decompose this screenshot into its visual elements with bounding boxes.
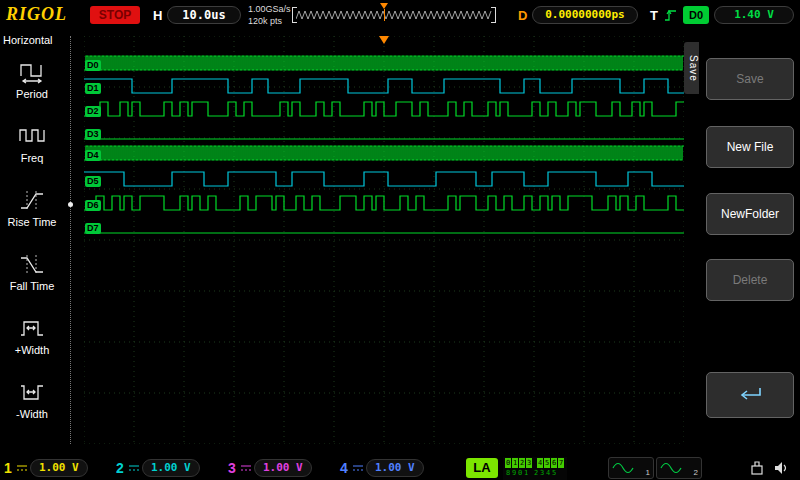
menu-tab-save: Save	[684, 42, 699, 94]
la-digit: 1	[512, 458, 518, 468]
la-digit: 0	[505, 458, 511, 468]
run-state-badge[interactable]: STOP	[90, 6, 140, 24]
sidebar-item-period[interactable]: Period	[0, 48, 64, 112]
la-digit: 2	[519, 458, 525, 468]
channel-label-d6[interactable]: D6	[85, 200, 101, 211]
channel-scale: 1.00 V	[366, 459, 424, 477]
channel-label-d4[interactable]: D4	[85, 150, 101, 161]
rise-time-icon	[19, 189, 45, 213]
period-icon	[19, 61, 45, 85]
save-menu: Save Save New File NewFolder Delete	[684, 30, 800, 456]
channel-number: 1	[2, 460, 14, 476]
la-digit: 3	[526, 458, 532, 468]
delete-button[interactable]: Delete	[706, 259, 794, 301]
channel-scale: 1.00 V	[30, 459, 88, 477]
horizontal-label: H	[153, 8, 162, 23]
sidebar-item-label: -Width	[16, 408, 48, 420]
coupling-icon	[128, 463, 140, 473]
sidebar-item-freq[interactable]: Freq	[0, 112, 64, 176]
channel-4-status[interactable]: 4 1.00 V	[338, 458, 424, 478]
trigger-level-value[interactable]: 1.40 V	[714, 6, 794, 24]
sidebar-item-label: Freq	[21, 152, 44, 164]
channel-number: 2	[114, 460, 126, 476]
waveform-preview-strip[interactable]	[292, 6, 496, 24]
oscilloscope-screen: RIGOL STOP H 10.0us 1.00GSa/s 120k pts D…	[0, 0, 800, 480]
la-digit: 5	[544, 458, 550, 468]
measure-sidebar: Horizontal Period Freq Rise Time	[0, 30, 64, 456]
channel-number: 4	[338, 460, 350, 476]
usb-icon	[748, 459, 766, 477]
new-folder-button[interactable]: NewFolder	[706, 193, 794, 235]
plus-width-icon	[19, 317, 45, 341]
top-bar: RIGOL STOP H 10.0us 1.00GSa/s 120k pts D…	[0, 0, 800, 30]
coupling-icon	[352, 463, 364, 473]
coupling-icon	[240, 463, 252, 473]
la-badge[interactable]: LA	[466, 458, 498, 478]
trigger-source-badge[interactable]: D0	[683, 6, 709, 24]
trigger-position-stem	[384, 9, 385, 21]
channel-scale: 1.00 V	[254, 459, 312, 477]
trigger-time-marker[interactable]	[379, 36, 389, 44]
la-digit-row: 01234567	[505, 458, 565, 468]
source-number: 2	[694, 468, 698, 477]
sine-wave-icon	[660, 461, 686, 475]
sidebar-scroll-track	[70, 36, 71, 444]
return-button[interactable]	[706, 372, 794, 418]
sidebar-item-fall-time[interactable]: Fall Time	[0, 240, 64, 304]
la-digit: 4	[537, 458, 543, 468]
channel-number: 3	[226, 460, 238, 476]
la-digit-row: 89012345	[505, 468, 565, 478]
sidebar-item-label: Period	[16, 88, 48, 100]
timebase-value[interactable]: 10.0us	[167, 6, 241, 24]
sidebar-item-label: +Width	[15, 344, 50, 356]
sidebar-scroll-dot[interactable]	[68, 202, 73, 207]
waveform-display-area: D0D1D2D3D4D5D6D7	[84, 36, 684, 444]
speaker-icon[interactable]	[772, 459, 790, 477]
preview-waveform	[296, 7, 492, 23]
source-number: 1	[646, 468, 650, 477]
channel-label-d2[interactable]: D2	[85, 106, 101, 117]
source-2-indicator[interactable]: 2	[656, 457, 702, 479]
channel-scale: 1.00 V	[142, 459, 200, 477]
sidebar-item-label: Fall Time	[10, 280, 55, 292]
memory-depth: 120k pts	[248, 15, 291, 27]
acquisition-info: 1.00GSa/s 120k pts	[248, 3, 291, 27]
channel-2-status[interactable]: 2 1.00 V	[114, 458, 200, 478]
channel-label-d1[interactable]: D1	[85, 83, 101, 94]
freq-icon	[19, 125, 45, 149]
la-channel-indicators[interactable]: 0123456789012345	[503, 457, 567, 480]
bottom-status-bar: 1 1.00 V 2 1.00 V 3 1.00 V 4	[0, 456, 800, 480]
la-digit: 5	[551, 468, 557, 478]
channel-1-status[interactable]: 1 1.00 V	[2, 458, 88, 478]
delay-value[interactable]: 0.00000000ps	[532, 6, 638, 24]
delay-label: D	[518, 8, 527, 23]
trigger-position-marker[interactable]	[380, 3, 389, 21]
la-digit: 7	[558, 458, 564, 468]
channel-label-d0[interactable]: D0	[85, 60, 101, 71]
sidebar-title: Horizontal	[0, 30, 64, 48]
la-digit: 1	[523, 468, 529, 478]
fall-time-icon	[19, 253, 45, 277]
coupling-icon	[16, 463, 28, 473]
waveform-plot	[84, 36, 684, 444]
trigger-edge-icon	[663, 8, 679, 22]
la-digit: 6	[551, 458, 557, 468]
source-1-indicator[interactable]: 1	[608, 457, 654, 479]
sidebar-item-label: Rise Time	[8, 216, 57, 228]
trigger-label: T	[650, 8, 658, 23]
channel-label-d3[interactable]: D3	[85, 129, 101, 140]
sine-wave-icon	[612, 461, 638, 475]
sidebar-item-minus-width[interactable]: -Width	[0, 368, 64, 432]
sidebar-item-rise-time[interactable]: Rise Time	[0, 176, 64, 240]
return-arrow-icon	[735, 385, 765, 405]
channel-label-d5[interactable]: D5	[85, 176, 101, 187]
minus-width-icon	[19, 381, 45, 405]
sample-rate: 1.00GSa/s	[248, 3, 291, 15]
channel-label-d7[interactable]: D7	[85, 223, 101, 234]
save-button[interactable]: Save	[706, 58, 794, 100]
new-file-button[interactable]: New File	[706, 126, 794, 168]
rigol-logo: RIGOL	[6, 4, 67, 25]
channel-3-status[interactable]: 3 1.00 V	[226, 458, 312, 478]
sidebar-item-plus-width[interactable]: +Width	[0, 304, 64, 368]
